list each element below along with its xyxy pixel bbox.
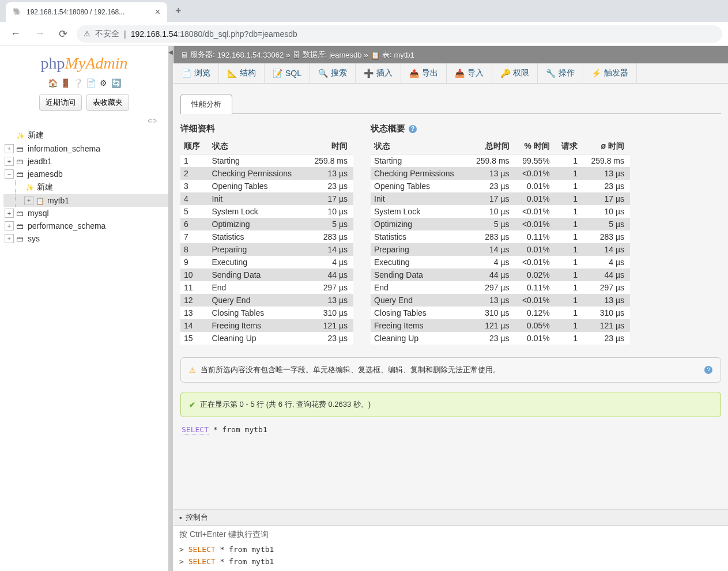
tab-sql[interactable]: 📝SQL xyxy=(265,63,310,83)
tree-label: jeadb1 xyxy=(28,157,52,166)
reload-button[interactable]: ⟳ xyxy=(54,25,72,43)
col-state[interactable]: 状态 xyxy=(209,139,307,154)
close-icon[interactable]: × xyxy=(155,7,160,17)
reload-tree-icon[interactable]: 🔄 xyxy=(111,78,120,88)
collapse-icon[interactable]: ⊂⊃ xyxy=(0,115,168,126)
bc-table-label: 表: xyxy=(382,50,392,60)
success-text: 正在显示第 0 - 5 行 (共 6 行, 查询花费 0.2633 秒。) xyxy=(200,399,371,410)
bc-db-link[interactable]: jeamesdb xyxy=(329,51,361,59)
console-icon: ▪ xyxy=(179,513,182,522)
console-header[interactable]: ▪ 控制台 xyxy=(173,509,728,526)
settings-icon[interactable]: ⚙ xyxy=(99,78,108,88)
table-row: 5System Lock10 µs xyxy=(180,205,353,218)
tree-new-table[interactable]: 新建 xyxy=(3,180,168,194)
table-row: Executing4 µs<0.01%14 µs xyxy=(371,256,630,269)
console-hint: 按 Ctrl+Enter 键执行查询 xyxy=(179,530,722,543)
col-calls[interactable]: 请求 xyxy=(556,139,583,154)
resize-handle[interactable]: ◄ xyxy=(168,46,173,571)
profiling-tab[interactable]: 性能分析 xyxy=(180,94,232,114)
address-bar[interactable]: ⚠ 不安全 | 192.168.1.54:18080/db_sql.php?db… xyxy=(77,25,722,43)
docs-icon[interactable]: ❔ xyxy=(73,78,82,88)
expand-icon[interactable]: + xyxy=(5,234,14,243)
browser-tab[interactable]: 🐘 192.168.1.54:18080 / 192.168... × xyxy=(6,2,167,22)
expand-icon[interactable]: + xyxy=(5,157,14,166)
navigation-panel: phpMyAdmin 🏠 🚪 ❔ 📄 ⚙ 🔄 近期访问 表收藏夹 ⊂⊃ 新建 +… xyxy=(0,46,168,571)
new-tab-button[interactable]: + xyxy=(167,5,190,17)
breadcrumb: 🖥 服务器: 192.168.1.54:33062 » 🗄 数据库: jeame… xyxy=(173,46,728,63)
tab-export[interactable]: 📤导出 xyxy=(401,63,447,83)
console-history-row[interactable]: > SELECT * from mytb1 xyxy=(179,543,722,555)
tab-operations[interactable]: 🔧操作 xyxy=(538,63,583,83)
table-row: 2Checking Permissions13 µs xyxy=(180,167,353,180)
tree-db[interactable]: + mysql xyxy=(3,207,168,220)
home-icon[interactable]: 🏠 xyxy=(48,78,57,88)
database-icon xyxy=(16,234,25,243)
tree-table-selected[interactable]: + mytb1 xyxy=(3,194,168,207)
help-icon[interactable]: ? xyxy=(704,366,712,374)
tab-insert[interactable]: ➕插入 xyxy=(356,63,401,83)
tab-structure[interactable]: 📐结构 xyxy=(219,63,265,83)
sql-icon[interactable]: 📄 xyxy=(86,78,95,88)
forward-button[interactable]: → xyxy=(30,25,50,42)
table-row: End297 µs0.11%1297 µs xyxy=(371,281,630,294)
tab-browse[interactable]: 📄浏览 xyxy=(173,63,219,83)
server-icon: 🖥 xyxy=(180,51,188,59)
table-row: 3Opening Tables23 µs xyxy=(180,180,353,192)
back-button[interactable]: ← xyxy=(6,25,25,42)
table-row: Starting259.8 ms99.55%1259.8 ms xyxy=(371,154,630,168)
tab-triggers[interactable]: ⚡触发器 xyxy=(583,63,637,83)
col-order[interactable]: 顺序 xyxy=(180,139,209,154)
main-panel: ◄ 🖥 服务器: 192.168.1.54:33062 » 🗄 数据库: jea… xyxy=(168,46,728,571)
col-time[interactable]: 时间 xyxy=(307,139,353,154)
logout-icon[interactable]: 🚪 xyxy=(61,78,70,88)
expand-icon[interactable]: + xyxy=(5,209,14,218)
tab-privileges[interactable]: 🔑权限 xyxy=(492,63,538,83)
export-icon: 📤 xyxy=(409,69,418,78)
bc-db-label: 数据库: xyxy=(303,50,327,60)
privileges-icon: 🔑 xyxy=(500,69,510,78)
expand-icon[interactable]: + xyxy=(24,196,33,205)
col-pct[interactable]: % 时间 xyxy=(515,139,556,154)
table-row: Preparing14 µs0.01%114 µs xyxy=(371,243,630,256)
table-row: Statistics283 µs0.11%1283 µs xyxy=(371,230,630,243)
table-row: 12Query End13 µs xyxy=(180,294,353,307)
collapse-icon[interactable]: − xyxy=(5,169,14,179)
tree-db[interactable]: + information_schema xyxy=(3,142,168,155)
triggers-icon: ⚡ xyxy=(591,69,601,78)
table-row: 7Statistics283 µs xyxy=(180,230,353,243)
tree-label: performance_schema xyxy=(28,221,105,230)
detail-block: 详细资料 顺序 状态 时间 1Starting259.8 ms2Checking… xyxy=(180,123,353,345)
col-avg[interactable]: ø 时间 xyxy=(583,139,630,154)
tree-db[interactable]: + sys xyxy=(3,232,168,245)
recent-button[interactable]: 近期访问 xyxy=(39,94,82,111)
table-row: Query End13 µs<0.01%113 µs xyxy=(371,294,630,307)
table-row: 4Init17 µs xyxy=(180,192,353,205)
favorites-button[interactable]: 表收藏夹 xyxy=(86,94,129,111)
table-icon xyxy=(36,196,45,205)
success-box: ✔ 正在显示第 0 - 5 行 (共 6 行, 查询花费 0.2633 秒。) xyxy=(180,392,721,417)
tree-new[interactable]: 新建 xyxy=(3,128,168,142)
browse-icon: 📄 xyxy=(182,69,191,78)
console-history-row[interactable]: > SELECT * from mytb1 xyxy=(179,555,722,568)
tree-db[interactable]: + performance_schema xyxy=(3,220,168,232)
import-icon: 📥 xyxy=(455,69,464,78)
col-state[interactable]: 状态 xyxy=(371,139,469,154)
table-row: 6Optimizing5 µs xyxy=(180,218,353,230)
tree-db-expanded[interactable]: − jeamesdb xyxy=(3,168,168,180)
expand-icon[interactable]: + xyxy=(5,144,14,153)
tab-import[interactable]: 📥导入 xyxy=(447,63,492,83)
notice-text: 当前所选内容没有包含唯一字段。单元格编辑、复选框、编辑、复制和删除无法正常使用。 xyxy=(201,365,500,375)
help-icon[interactable]: ? xyxy=(409,125,417,133)
col-total[interactable]: 总时间 xyxy=(469,139,515,154)
sql-query: SELECT * from mytb1 xyxy=(180,417,721,434)
tab-search[interactable]: 🔍搜索 xyxy=(310,63,356,83)
pma-logo[interactable]: phpMyAdmin xyxy=(0,52,168,76)
browser-toolbar: ← → ⟳ ⚠ 不安全 | 192.168.1.54:18080/db_sql.… xyxy=(0,22,728,46)
tree-db[interactable]: + jeadb1 xyxy=(3,155,168,168)
table-row: Cleaning Up23 µs0.01%123 µs xyxy=(371,332,630,345)
bc-server-link[interactable]: 192.168.1.54:33062 xyxy=(217,51,284,59)
expand-icon[interactable]: + xyxy=(5,221,14,230)
tab-title: 192.168.1.54:18080 / 192.168... xyxy=(27,8,125,16)
bc-table-link[interactable]: mytb1 xyxy=(394,51,414,59)
table-row: Opening Tables23 µs0.01%123 µs xyxy=(371,180,630,192)
